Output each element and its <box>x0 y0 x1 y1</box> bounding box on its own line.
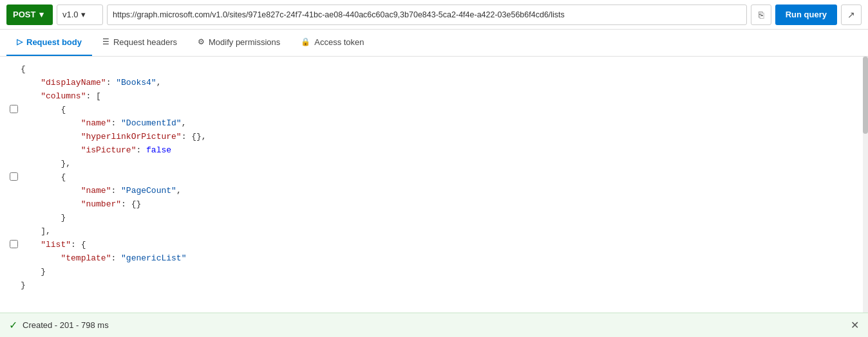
close-icon: ✕ <box>851 320 859 331</box>
copy-icon: ⎘ <box>759 10 764 20</box>
code-line: { <box>6 171 868 185</box>
method-chevron-icon: ▾ <box>39 10 44 19</box>
scrollbar-thumb[interactable] <box>863 57 868 134</box>
tab-modify-permissions[interactable]: ⚙ Modify permissions <box>187 29 290 56</box>
request-headers-tab-label: Request headers <box>113 37 177 47</box>
share-icon: ↗ <box>847 10 855 20</box>
request-body-tab-label: Request body <box>26 37 82 47</box>
code-line: } <box>6 279 868 293</box>
status-bar: ✓ Created - 201 - 798 ms ✕ <box>0 313 868 337</box>
request-headers-tab-icon: ☰ <box>102 37 109 46</box>
top-bar: POST ▾ v1.0 ▾ ⎘ Run query ↗ <box>0 0 868 30</box>
scrollbar-track <box>863 57 868 313</box>
copy-url-button[interactable]: ⎘ <box>751 5 771 25</box>
code-line: "isPicture": false <box>6 144 868 158</box>
tab-access-token[interactable]: 🔒 Access token <box>290 29 374 56</box>
code-line: "list": { <box>6 239 868 252</box>
code-line: "name": "DocumentId", <box>6 117 868 131</box>
code-line: } <box>6 266 868 279</box>
code-line: "name": "PageCount", <box>6 185 868 198</box>
url-input[interactable] <box>107 5 747 25</box>
access-token-tab-icon: 🔒 <box>301 37 310 46</box>
line-checkbox-input[interactable] <box>10 105 18 113</box>
line-checkbox-input[interactable] <box>10 240 18 248</box>
tab-request-headers[interactable]: ☰ Request headers <box>92 29 187 56</box>
code-line: ], <box>6 225 868 239</box>
code-line: "columns": [ <box>6 90 868 104</box>
code-editor: { "displayName": "Books4", "columns": [ … <box>6 63 868 293</box>
editor-area: { "displayName": "Books4", "columns": [ … <box>0 57 868 313</box>
request-body-tab-icon: ▷ <box>17 37 23 46</box>
code-line: "number": {} <box>6 198 868 212</box>
run-query-button[interactable]: Run query <box>775 5 837 25</box>
modify-permissions-tab-icon: ⚙ <box>198 37 205 46</box>
code-line: { <box>6 63 868 77</box>
code-line: "displayName": "Books4", <box>6 77 868 90</box>
code-line: "template": "genericList" <box>6 252 868 266</box>
tabs-bar: ▷ Request body ☰ Request headers ⚙ Modif… <box>0 30 868 57</box>
status-check-icon: ✓ <box>9 319 17 331</box>
code-line: "hyperlinkOrPicture": {}, <box>6 131 868 144</box>
method-label: POST <box>13 10 35 19</box>
version-label: v1.0 <box>62 10 79 19</box>
modify-permissions-tab-label: Modify permissions <box>209 37 280 47</box>
code-line: } <box>6 212 868 225</box>
status-text: Created - 201 - 798 ms <box>23 320 109 330</box>
status-close-button[interactable]: ✕ <box>851 319 859 331</box>
tab-request-body[interactable]: ▷ Request body <box>6 29 92 56</box>
run-query-label: Run query <box>786 10 827 19</box>
share-button[interactable]: ↗ <box>841 5 862 25</box>
access-token-tab-label: Access token <box>314 37 364 47</box>
method-dropdown[interactable]: POST ▾ <box>6 5 53 25</box>
code-line: { <box>6 104 868 117</box>
line-checkbox-input[interactable] <box>10 172 18 181</box>
version-dropdown[interactable]: v1.0 ▾ <box>57 5 103 25</box>
version-chevron-icon: ▾ <box>81 10 86 19</box>
code-line: }, <box>6 158 868 171</box>
